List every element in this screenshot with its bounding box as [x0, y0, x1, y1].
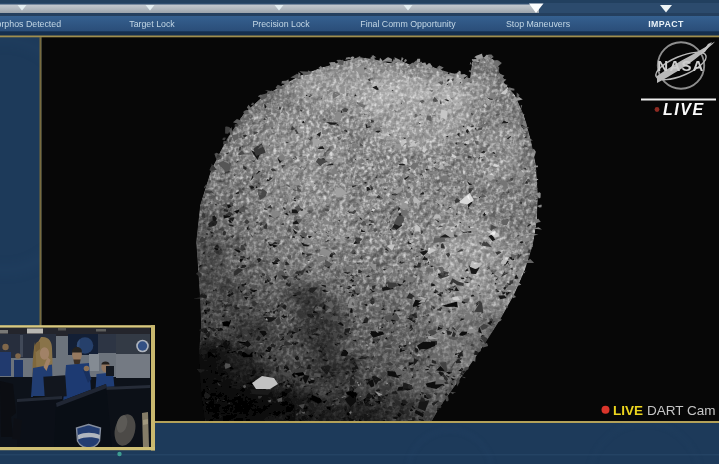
- svg-text:LIVE: LIVE: [663, 101, 705, 118]
- svg-text:Dimorphos Detected: Dimorphos Detected: [0, 19, 61, 29]
- svg-text:Target Lock: Target Lock: [129, 19, 175, 29]
- svg-text:IMPACT: IMPACT: [648, 19, 684, 29]
- svg-text:DART Cam: DART Cam: [647, 403, 716, 418]
- svg-text:LIVE: LIVE: [613, 403, 643, 418]
- svg-text:Stop Maneuvers: Stop Maneuvers: [506, 19, 571, 29]
- svg-text:Final Comm Opportunity: Final Comm Opportunity: [360, 19, 456, 29]
- svg-text:NASA: NASA: [657, 57, 704, 74]
- svg-text:Precision Lock: Precision Lock: [252, 19, 310, 29]
